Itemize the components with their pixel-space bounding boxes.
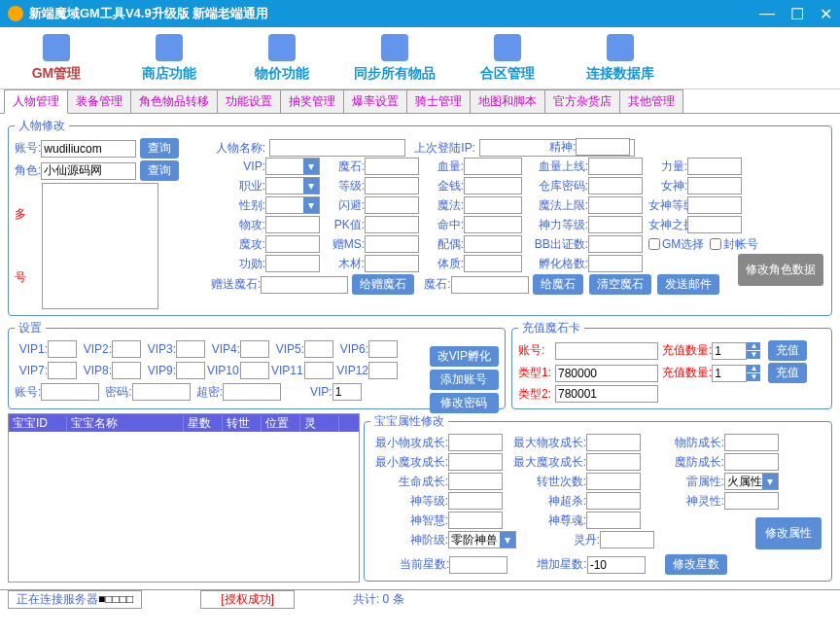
input-blood[interactable]	[464, 158, 522, 175]
char-name-input[interactable]	[269, 139, 405, 157]
role-query-button[interactable]: 查询	[140, 160, 179, 181]
gift-stone-input[interactable]	[261, 276, 348, 294]
clear-stone-button[interactable]: 清空魔石	[589, 274, 651, 295]
pet-input-god_soul[interactable]	[586, 512, 641, 529]
toolbar-3[interactable]: 同步所有物品	[348, 31, 441, 85]
pet-input-pdef[interactable]	[724, 434, 779, 451]
input-pk[interactable]	[365, 216, 419, 233]
pet-col-0[interactable]: 宝宝ID	[9, 415, 67, 432]
pet-input-god_lvl[interactable]	[448, 492, 503, 510]
tab-4[interactable]: 抽奖管理	[280, 89, 344, 113]
pet-input-min_matk[interactable]	[448, 453, 503, 471]
toolbar-5[interactable]: 连接数据库	[574, 31, 667, 85]
settings-vip-input[interactable]	[332, 383, 362, 401]
tab-1[interactable]: 装备管理	[67, 89, 131, 113]
add-star-input[interactable]	[587, 556, 646, 574]
tab-5[interactable]: 爆率设置	[343, 89, 407, 113]
pet-col-2[interactable]: 星数	[184, 415, 223, 432]
input-goddess[interactable]	[687, 177, 742, 194]
pet-input-pill[interactable]	[600, 531, 654, 548]
vip4-input[interactable]	[240, 340, 269, 358]
pet-sel-god_rank[interactable]: 零阶神兽▾	[448, 531, 516, 548]
input-magic_max[interactable]	[588, 196, 643, 214]
account-query-button[interactable]: 查询	[140, 138, 179, 159]
input-hatch[interactable]	[588, 255, 643, 272]
vip5-input[interactable]	[304, 340, 333, 358]
pet-input-min_patk[interactable]	[448, 434, 503, 451]
pet-input-max_patk[interactable]	[586, 434, 641, 451]
dropdown-icon[interactable]: ▾	[762, 474, 778, 489]
input-gift_ms[interactable]	[365, 235, 419, 253]
give-gift-button[interactable]: 给赠魔石	[352, 274, 414, 295]
spirit-input[interactable]	[576, 138, 630, 156]
account-input[interactable]	[41, 140, 136, 158]
vip9-input[interactable]	[176, 362, 205, 379]
recharge2-button[interactable]: 充值	[768, 363, 807, 383]
vip1-input[interactable]	[48, 340, 77, 358]
toolbar-4[interactable]: 合区管理	[461, 31, 554, 85]
maximize-button[interactable]: ☐	[790, 5, 804, 23]
add-account-button[interactable]: 添加账号	[430, 370, 499, 390]
input-hit[interactable]	[464, 216, 522, 233]
tab-7[interactable]: 地图和脚本	[470, 89, 545, 113]
pet-input-max_matk[interactable]	[586, 453, 641, 471]
stone2-input[interactable]	[451, 276, 529, 294]
toolbar-1[interactable]: 商店功能	[122, 31, 216, 85]
input-magic[interactable]	[464, 196, 522, 214]
recharge-type2-input[interactable]	[555, 385, 658, 403]
input-g_hug[interactable]	[687, 216, 742, 233]
tab-8[interactable]: 官方杂货店	[544, 89, 620, 113]
pet-input-mdef[interactable]	[724, 453, 779, 471]
modify-attr-button[interactable]: 修改属性	[755, 517, 822, 549]
input-level[interactable]	[365, 177, 419, 194]
pet-col-4[interactable]: 位置	[262, 415, 300, 432]
dropdown-icon[interactable]: ▾	[500, 532, 515, 548]
role-listbox[interactable]	[42, 183, 158, 309]
input-g_lvl[interactable]	[687, 196, 742, 214]
input-ms[interactable]	[365, 158, 419, 175]
pet-col-5[interactable]: 灵	[300, 415, 339, 432]
input-wood[interactable]	[365, 255, 419, 272]
vip6-input[interactable]	[368, 340, 398, 358]
cur-star-input[interactable]	[449, 556, 508, 574]
dropdown-icon[interactable]: ▾	[303, 178, 319, 194]
spin-down-icon[interactable]: ▼	[747, 351, 760, 360]
input-blood_max[interactable]	[588, 158, 643, 175]
tab-6[interactable]: 骑士管理	[406, 89, 471, 113]
sel-job[interactable]: ▾	[265, 177, 320, 194]
pet-col-3[interactable]: 转世	[223, 415, 262, 432]
change-pwd-button[interactable]: 修改密码	[430, 393, 499, 413]
toolbar-2[interactable]: 物价功能	[235, 31, 329, 85]
recharge-account-input[interactable]	[555, 342, 658, 360]
input-dodge[interactable]	[365, 196, 419, 214]
vip3-input[interactable]	[176, 340, 205, 358]
pet-input-spirit[interactable]	[724, 492, 779, 510]
vip7-input[interactable]	[48, 362, 77, 379]
vip11-input[interactable]	[304, 362, 333, 379]
input-money[interactable]	[464, 177, 522, 194]
send-mail-button[interactable]: 发送邮件	[657, 274, 719, 295]
input-merit[interactable]	[265, 255, 320, 272]
pet-col-1[interactable]: 宝宝名称	[67, 415, 184, 432]
settings-account-input[interactable]	[41, 383, 99, 401]
ban-checkbox[interactable]: 封帐号	[710, 236, 758, 253]
input-bb_cert[interactable]	[588, 235, 643, 253]
role-input[interactable]	[41, 162, 136, 180]
recharge-qty2-input[interactable]	[712, 365, 747, 382]
minimize-button[interactable]: —	[759, 5, 775, 23]
recharge-qty1-input[interactable]	[712, 342, 747, 360]
pet-input-god_super[interactable]	[586, 492, 641, 510]
input-patk[interactable]	[265, 216, 320, 233]
pet-table[interactable]: 宝宝ID宝宝名称星数转世位置灵	[8, 413, 360, 583]
input-god_lvl[interactable]	[588, 216, 643, 233]
vip10-input[interactable]	[240, 362, 269, 379]
tab-2[interactable]: 角色物品转移	[130, 89, 218, 113]
input-mate[interactable]	[464, 235, 522, 253]
spin-down-icon[interactable]: ▼	[747, 373, 760, 382]
vip12-input[interactable]	[368, 362, 398, 379]
dropdown-icon[interactable]: ▾	[303, 159, 319, 174]
pet-input-rebirth[interactable]	[586, 473, 641, 490]
tab-0[interactable]: 人物管理	[4, 89, 68, 114]
recharge1-button[interactable]: 充值	[768, 340, 807, 361]
pet-sel-thunder[interactable]: 火属性▾	[724, 473, 779, 490]
